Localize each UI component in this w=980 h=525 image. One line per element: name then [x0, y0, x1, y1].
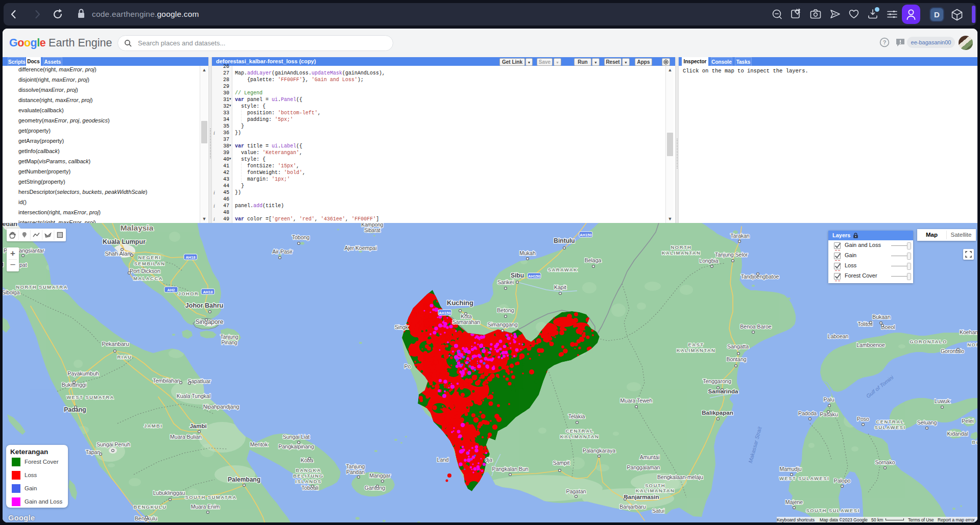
- svg-text:Mentok: Mentok: [250, 441, 268, 447]
- svg-text:Kuala Lumpur: Kuala Lumpur: [103, 238, 146, 245]
- svg-text:Po: Po: [404, 363, 411, 369]
- svg-text:AH18: AH18: [203, 290, 212, 294]
- svg-text:Laboean: Laboean: [828, 333, 849, 339]
- svg-text:Air Pasir: Air Pasir: [272, 248, 293, 255]
- svg-text:Lamboenoe: Lamboenoe: [856, 342, 885, 348]
- svg-text:JAMBI: JAMBI: [144, 423, 163, 429]
- svg-text:AH150: AH150: [528, 274, 540, 279]
- svg-text:Luwuk: Luwuk: [935, 398, 950, 404]
- svg-text:Satui: Satui: [652, 508, 664, 514]
- svg-text:Balikpapan: Balikpapan: [702, 410, 733, 416]
- svg-text:dja: dja: [485, 457, 492, 463]
- svg-text:Banjarmasin: Banjarmasin: [624, 494, 659, 500]
- svg-text:NOR: NOR: [967, 342, 977, 347]
- svg-text:Singapore: Singapore: [196, 318, 224, 326]
- svg-text:Palembang: Palembang: [228, 476, 260, 483]
- svg-text:CENTRAL: CENTRAL: [565, 428, 593, 434]
- svg-text:pat: pat: [19, 262, 27, 268]
- svg-text:Pinang: Pinang: [221, 340, 237, 345]
- svg-text:EAST: EAST: [688, 342, 704, 347]
- svg-text:Kampong: Kampong: [362, 223, 384, 228]
- svg-text:Pekanbaru: Pekanbaru: [102, 341, 129, 347]
- svg-text:JOHOR: JOHOR: [178, 291, 199, 296]
- svg-text:Palu: Palu: [823, 396, 834, 403]
- svg-text:Poso: Poso: [857, 416, 869, 422]
- svg-text:Toboali: Toboali: [301, 485, 318, 491]
- svg-text:Lubuklinggau: Lubuklinggau: [153, 490, 185, 496]
- svg-text:Padoda: Padoda: [798, 410, 817, 416]
- svg-text:Gantung: Gantung: [365, 485, 385, 491]
- svg-text:Mukah: Mukah: [519, 250, 536, 256]
- svg-text:Jambi: Jambi: [189, 423, 206, 429]
- svg-text:Johor Bahru: Johor Bahru: [185, 302, 223, 309]
- svg-text:Simanggang: Simanggang: [488, 321, 518, 328]
- svg-text:Bukaan: Bukaan: [872, 314, 891, 320]
- svg-text:Pagatan: Pagatan: [566, 488, 586, 494]
- svg-text:AH18: AH18: [185, 255, 195, 260]
- svg-text:Pandan: Pandan: [346, 469, 365, 475]
- svg-text:Sampit: Sampit: [553, 460, 570, 466]
- svg-text:Betong: Betong: [497, 307, 514, 313]
- svg-text:Kuching: Kuching: [447, 299, 473, 307]
- svg-text:Sangatta: Sangatta: [727, 343, 749, 349]
- svg-text:MALACCA: MALACCA: [133, 276, 163, 281]
- svg-text:Tenggarong: Tenggarong: [703, 378, 731, 384]
- svg-text:AH150: AH150: [439, 311, 450, 315]
- svg-text:NORTH SUMATRA: NORTH SUMATRA: [16, 284, 67, 290]
- svg-text:Tobong: Tobong: [292, 234, 310, 240]
- svg-text:WEST SULAWESI: WEST SULAWESI: [779, 476, 829, 481]
- svg-text:Kidandal: Kidandal: [947, 431, 968, 437]
- svg-text:Sornako: Sornako: [875, 459, 895, 465]
- svg-text:Pelei: Pelei: [962, 418, 973, 424]
- svg-text:Tandjoengbatoe: Tandjoengbatoe: [741, 273, 779, 280]
- svg-text:AH150: AH150: [580, 233, 591, 237]
- svg-text:g: g: [3, 261, 4, 267]
- svg-text:SEMBILAN: SEMBILAN: [134, 261, 165, 266]
- svg-text:NEGERI: NEGERI: [138, 255, 161, 260]
- svg-text:BENGKULU: BENGKULU: [133, 504, 166, 510]
- svg-text:Tanjung Selor: Tanjung Selor: [715, 252, 748, 258]
- svg-text:Samarahan: Samarahan: [452, 319, 480, 325]
- svg-text:Sungai Liat: Sungai Liat: [283, 434, 310, 440]
- svg-text:Land: Land: [437, 457, 449, 463]
- svg-text:RIAU: RIAU: [117, 354, 132, 360]
- svg-text:Pangkalpinang: Pangkalpinang: [278, 443, 314, 449]
- svg-text:WEST SUMATRA: WEST SUMATRA: [66, 394, 114, 400]
- svg-text:Majene: Majene: [785, 499, 803, 505]
- svg-text:Sungai Penuh: Sungai Penuh: [97, 441, 130, 447]
- svg-text:Ajer Koempai: Ajer Koempai: [344, 245, 376, 251]
- svg-text:Kapit: Kapit: [554, 284, 566, 290]
- svg-text:SOUTH SULAWESI: SOUTH SULAWESI: [806, 508, 859, 513]
- svg-text:SULAWESI: SULAWESI: [875, 424, 906, 430]
- svg-text:GORONTALO: GORONTALO: [910, 339, 947, 344]
- svg-text:Muara Enim: Muara Enim: [191, 504, 220, 510]
- svg-text:ISLANDS: ISLANDS: [295, 479, 322, 484]
- svg-text:Koba: Koba: [301, 457, 314, 463]
- svg-text:Belaga: Belaga: [585, 257, 602, 263]
- svg-text:Sibarat: Sibarat: [364, 228, 380, 233]
- svg-text:Bengkalaan-melaju: Bengkalaan-melaju: [657, 474, 703, 480]
- svg-text:BANGKA: BANGKA: [296, 467, 321, 473]
- svg-text:CENTRAL: CENTRAL: [876, 419, 904, 424]
- svg-text:Palopo: Palopo: [834, 478, 851, 484]
- svg-text:Sarikei: Sarikei: [497, 279, 514, 285]
- svg-text:Koehan: Koehan: [960, 329, 977, 335]
- svg-text:Amuntai: Amuntai: [640, 454, 660, 460]
- svg-text:Bu: Bu: [972, 439, 977, 445]
- svg-text:Tapan: Tapan: [86, 449, 101, 455]
- svg-text:BELITUNG: BELITUNG: [293, 473, 324, 479]
- svg-text:Manggar: Manggar: [369, 472, 391, 479]
- svg-text:Sibu: Sibu: [511, 272, 524, 279]
- svg-text:Nipahpandjang: Nipahpandjang: [203, 404, 240, 410]
- svg-text:Malaysia: Malaysia: [121, 223, 154, 232]
- svg-text:Seluang: Seluang: [917, 419, 937, 426]
- svg-text:Benoa Baroe: Benoa Baroe: [740, 323, 771, 330]
- svg-text:Pangkalan Bun: Pangkalan Bun: [492, 466, 528, 472]
- svg-text:KALIMANTAN: KALIMANTAN: [677, 347, 716, 353]
- svg-text:Tembilahan: Tembilahan: [153, 378, 180, 384]
- svg-text:Kuala Tungkal: Kuala Tungkal: [177, 393, 211, 399]
- svg-text:NORTH: NORTH: [671, 244, 692, 250]
- svg-text:SARAWAK: SARAWAK: [548, 267, 578, 272]
- svg-text:KALIMANTAN: KALIMANTAN: [662, 250, 701, 256]
- svg-text:Banjarbaru: Banjarbaru: [619, 504, 646, 510]
